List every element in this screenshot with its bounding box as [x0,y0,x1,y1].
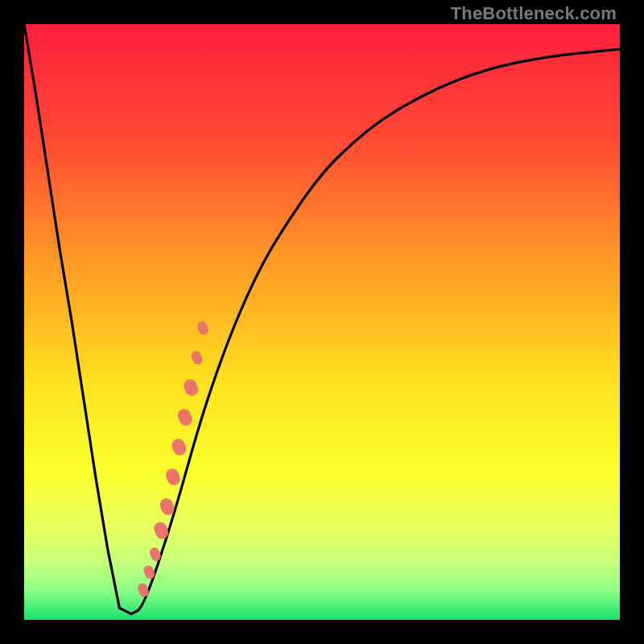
highlight-dots [138,321,208,597]
svg-point-24 [180,413,192,426]
svg-point-3 [139,588,149,597]
svg-point-33 [199,325,208,335]
bottleneck-curve [24,24,620,620]
svg-point-21 [173,443,186,456]
svg-point-18 [167,473,180,485]
plot-area [24,24,620,620]
svg-point-15 [162,502,175,515]
svg-point-27 [185,383,198,396]
branding-text: TheBottleneck.com [451,3,617,24]
svg-point-12 [155,526,168,539]
svg-point-6 [145,569,155,579]
svg-point-30 [193,355,203,365]
svg-point-9 [151,551,161,561]
chart-frame: TheBottleneck.com [0,0,644,644]
